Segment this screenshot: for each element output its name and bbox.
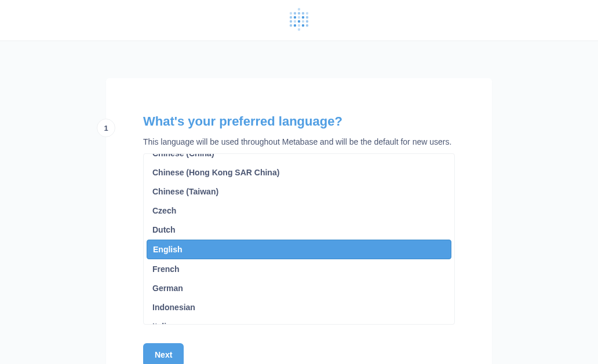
svg-point-12	[298, 20, 300, 23]
app-header	[0, 0, 598, 41]
svg-point-19	[306, 24, 308, 27]
page-title: What's your preferred language?	[143, 114, 455, 129]
language-option[interactable]: Italian	[147, 317, 451, 325]
svg-point-17	[298, 24, 300, 27]
svg-point-13	[302, 20, 304, 23]
language-list[interactable]: AlbanianArabicArabic (Saudi Arabia)Bulga…	[143, 153, 455, 325]
language-option[interactable]: French	[147, 260, 451, 278]
svg-point-20	[298, 8, 300, 10]
svg-point-10	[290, 20, 292, 23]
svg-point-6	[294, 16, 296, 19]
language-option[interactable]: Chinese (Hong Kong SAR China)	[147, 163, 451, 182]
setup-main: 1 What's your preferred language? This l…	[0, 41, 598, 364]
svg-point-1	[294, 12, 296, 14]
svg-point-0	[290, 12, 292, 14]
svg-point-18	[302, 24, 304, 27]
svg-point-5	[290, 16, 292, 19]
svg-point-3	[302, 12, 304, 14]
svg-point-8	[302, 16, 304, 19]
svg-point-16	[294, 24, 296, 27]
metabase-logo-icon	[289, 6, 309, 34]
step-indicator: 1	[97, 119, 115, 137]
language-option[interactable]: Chinese (China)	[147, 153, 451, 163]
svg-point-7	[298, 16, 300, 19]
language-option[interactable]: German	[147, 279, 451, 297]
setup-card: 1 What's your preferred language? This l…	[106, 78, 492, 364]
svg-point-4	[306, 12, 308, 14]
page-subtitle: This language will be used throughout Me…	[143, 137, 455, 146]
language-option[interactable]: Chinese (Taiwan)	[147, 182, 451, 201]
language-option[interactable]: English	[147, 240, 451, 259]
svg-point-21	[298, 28, 300, 31]
language-option[interactable]: Indonesian	[147, 298, 451, 317]
svg-point-14	[306, 20, 308, 23]
next-button[interactable]: Next	[143, 343, 184, 364]
svg-point-2	[298, 12, 300, 14]
language-option[interactable]: Czech	[147, 201, 451, 220]
svg-point-11	[294, 20, 296, 23]
svg-point-15	[290, 24, 292, 27]
language-option[interactable]: Dutch	[147, 220, 451, 239]
svg-point-9	[306, 16, 308, 19]
